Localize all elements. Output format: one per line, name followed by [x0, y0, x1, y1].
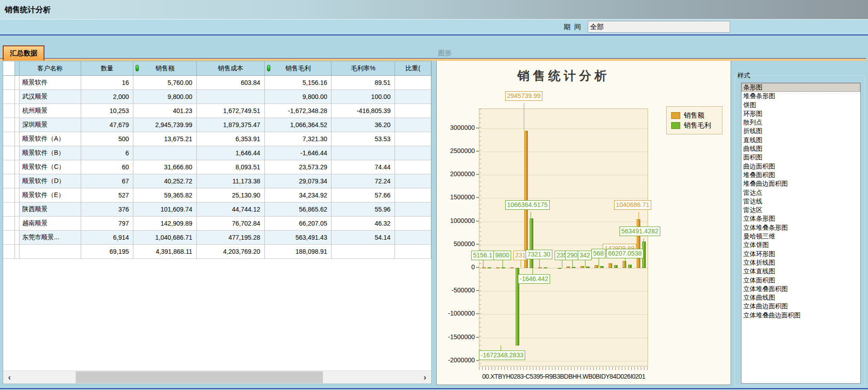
row-selector-cell[interactable]: [3, 104, 15, 118]
cell[interactable]: 67: [81, 174, 134, 188]
style-list-item[interactable]: 立体饼图: [741, 241, 860, 249]
cell[interactable]: [395, 231, 431, 245]
header-cell[interactable]: 销售毛利: [265, 61, 332, 76]
cell[interactable]: [395, 160, 431, 174]
cell[interactable]: 10,253: [81, 104, 134, 118]
cell[interactable]: [20, 245, 81, 259]
cell[interactable]: 顺景软件（A）: [20, 132, 81, 146]
style-list-item[interactable]: 立体面积图: [741, 276, 860, 285]
cell[interactable]: 376: [81, 202, 134, 217]
cell[interactable]: 29,079.34: [265, 174, 332, 188]
cell[interactable]: [332, 245, 395, 259]
row-selector-cell[interactable]: [3, 174, 15, 188]
row-selector-cell[interactable]: [3, 90, 15, 104]
scroll-thumb[interactable]: [76, 371, 323, 383]
row-selector-cell[interactable]: [3, 160, 15, 174]
table-row[interactable]: 越南顺景797142,909.8976,702.8466,207.0546.32: [3, 217, 431, 231]
cell[interactable]: [197, 90, 265, 104]
cell[interactable]: 1,040,686.71: [133, 231, 197, 245]
cell[interactable]: 11,173.38: [197, 174, 265, 188]
cell[interactable]: 1,066,364.52: [265, 118, 332, 132]
table-row[interactable]: 顺景软件（C）6031,666.808,093.5123,573.2974.44: [3, 160, 431, 174]
cell[interactable]: 1,646.44: [197, 146, 265, 160]
table-row[interactable]: 顺景软件（B）61,646.44-1,646.44: [3, 146, 431, 160]
cell[interactable]: 顺景软件（D）: [20, 174, 81, 188]
table-row[interactable]: 顺景软件（E）52759,365.8225,130.9034,234.9257.…: [3, 188, 431, 202]
cell[interactable]: 25,130.90: [197, 188, 265, 202]
style-list-item[interactable]: 饼图: [741, 101, 860, 109]
cell[interactable]: 1,672,749.51: [197, 104, 265, 118]
style-list-item[interactable]: 雷达区: [741, 206, 860, 214]
cell[interactable]: 603.84: [197, 76, 265, 90]
scroll-left-button[interactable]: ‹: [3, 371, 16, 384]
style-listbox[interactable]: 条形图堆叠条形图饼图环形图散列点折线图直线图曲线图面积图曲边面积图堆叠面积图堆叠…: [741, 83, 861, 384]
row-selector-cell[interactable]: [3, 217, 15, 231]
style-list-item[interactable]: 立体曲线图: [741, 293, 860, 302]
cell[interactable]: 4,203,769.20: [197, 245, 265, 259]
table-row[interactable]: 深圳顺景47,6792,945,739.991,879,375.471,066,…: [3, 118, 431, 132]
style-list-item[interactable]: 折线图: [741, 127, 860, 135]
style-list-item[interactable]: 立体堆叠曲边面积图: [741, 311, 860, 320]
cell[interactable]: 55.96: [332, 202, 395, 217]
cell[interactable]: 13,675.21: [133, 132, 197, 146]
cell[interactable]: 477,195.28: [197, 231, 265, 245]
cell[interactable]: [395, 132, 431, 146]
cell[interactable]: 188,098.91: [265, 245, 332, 259]
style-list-item[interactable]: 立体直线图: [741, 267, 860, 276]
cell[interactable]: 527: [81, 188, 134, 202]
cell[interactable]: 563,491.43: [265, 231, 332, 245]
cell[interactable]: 74.44: [332, 160, 395, 174]
table-row[interactable]: 顺景软件165,760.00603.845,156.1689.51: [3, 76, 431, 90]
style-list-item[interactable]: 条形图: [741, 83, 860, 92]
cell[interactable]: 66,207.05: [265, 217, 332, 231]
header-cell[interactable]: 比重(: [395, 61, 431, 76]
row-selector-cell[interactable]: [3, 202, 15, 217]
header-cell[interactable]: 销售成本: [197, 61, 265, 76]
row-selector-cell[interactable]: [3, 146, 15, 160]
cell[interactable]: 89.51: [332, 76, 395, 90]
style-list-item[interactable]: 面积图: [741, 153, 860, 162]
cell[interactable]: 5,760.00: [133, 76, 197, 90]
tab-summary-data[interactable]: 汇总数据: [3, 45, 44, 60]
table-row[interactable]: 69,1954,391,868.114,203,769.20188,098.91: [3, 245, 431, 259]
row-selector-cell[interactable]: [3, 76, 15, 90]
cell[interactable]: [395, 174, 431, 188]
cell[interactable]: 53.53: [332, 132, 395, 146]
cell[interactable]: 16: [81, 76, 134, 90]
cell[interactable]: 5,156.16: [265, 76, 332, 90]
table-row[interactable]: 陕西顺景376101,609.7444,744.1256,865.6255.96: [3, 202, 431, 217]
cell[interactable]: 72.24: [332, 174, 395, 188]
cell[interactable]: 顺景软件（C）: [20, 160, 81, 174]
row-selector-cell[interactable]: [3, 231, 15, 245]
table-row[interactable]: 顺景软件（D）6740,252.7211,173.3829,079.3472.2…: [3, 174, 431, 188]
cell[interactable]: 顺景软件: [20, 76, 81, 90]
cell[interactable]: [133, 146, 197, 160]
cell[interactable]: 31,666.80: [133, 160, 197, 174]
cell[interactable]: -1,672,348.28: [265, 104, 332, 118]
cell[interactable]: 59,365.82: [133, 188, 197, 202]
cell[interactable]: 9,800.00: [133, 90, 197, 104]
cell[interactable]: 100.00: [332, 90, 395, 104]
cell[interactable]: 越南顺景: [20, 217, 81, 231]
table-row[interactable]: 东莞市顺景...6,9141,040,686.71477,195.28563,4…: [3, 231, 431, 245]
style-list-item[interactable]: 堆叠面积图: [741, 171, 860, 179]
cell[interactable]: 2,945,739.99: [133, 118, 197, 132]
cell[interactable]: 47,679: [81, 118, 134, 132]
cell[interactable]: [395, 188, 431, 202]
cell[interactable]: 54.14: [332, 231, 395, 245]
cell[interactable]: 陕西顺景: [20, 202, 81, 217]
header-cell[interactable]: 客户名称: [20, 61, 81, 76]
cell[interactable]: [395, 104, 431, 118]
cell[interactable]: 东莞市顺景...: [20, 231, 81, 245]
style-list-item[interactable]: 立体环形图: [741, 250, 860, 258]
cell[interactable]: 76,702.84: [197, 217, 265, 231]
cell[interactable]: 797: [81, 217, 134, 231]
cell[interactable]: 44,744.12: [197, 202, 265, 217]
cell[interactable]: 56,865.62: [265, 202, 332, 217]
style-list-item[interactable]: 立体条形图: [741, 214, 860, 223]
style-list-item[interactable]: 直线图: [741, 136, 860, 144]
cell[interactable]: 深圳顺景: [20, 118, 81, 132]
cell[interactable]: [395, 245, 431, 259]
cell[interactable]: 23,573.29: [265, 160, 332, 174]
style-list-item[interactable]: 雷达点: [741, 188, 860, 197]
